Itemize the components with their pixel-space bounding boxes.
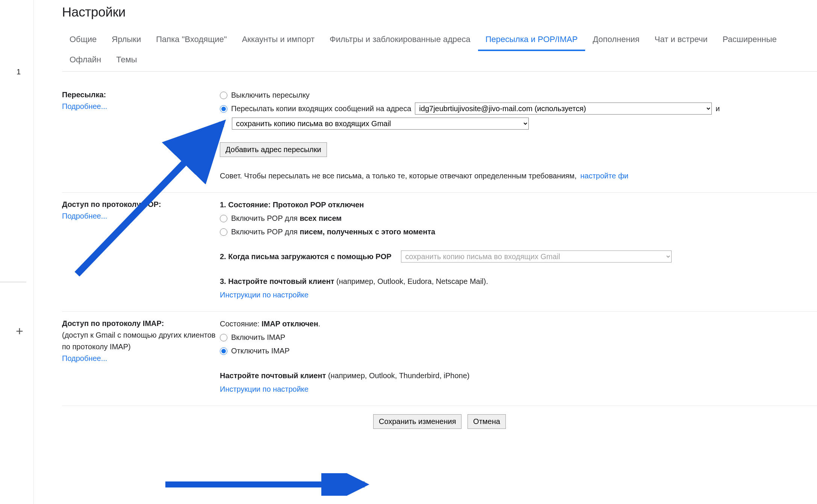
forwarding-content: Выключить пересылку Пересылать копии вхо…	[220, 89, 817, 183]
tab-forwarding-popimap[interactable]: Пересылка и POP/IMAP	[478, 31, 585, 51]
forwarding-disable-label: Выключить пересылку	[231, 89, 310, 101]
tab-labels[interactable]: Ярлыки	[104, 31, 148, 51]
imap-configure-bold: Настройте почтовый клиент	[220, 371, 326, 380]
forwarding-tip-text: Совет. Чтобы пересылать не все письма, а…	[220, 170, 576, 182]
forwarding-learn-more-link[interactable]: Подробнее...	[62, 102, 107, 110]
section-imap: Доступ по протоколу IMAP: (доступ к Gmai…	[62, 312, 817, 406]
pop-label-col: Доступ по протоколу POP: Подробнее...	[62, 199, 220, 302]
cancel-button[interactable]: Отмена	[468, 414, 506, 429]
imap-content: Состояние: IMAP отключен. Включить IMAP …	[220, 318, 817, 397]
forwarding-address-select[interactable]: idg7jeubrtiujivosite@jivo-mail.com (испо…	[415, 103, 712, 115]
sidebar-number: 1	[17, 68, 21, 76]
pop-step3-rest: (например, Outlook, Eudora, Netscape Mai…	[334, 277, 488, 285]
imap-subheading: (доступ к Gmail с помощью других клиенто…	[62, 331, 215, 351]
tab-advanced[interactable]: Расширенные	[715, 31, 784, 51]
imap-learn-more-link[interactable]: Подробнее...	[62, 354, 107, 362]
forwarding-label-col: Пересылка: Подробнее...	[62, 89, 220, 183]
pop-enable-all-pre: Включить POP для	[231, 214, 300, 222]
imap-disable-radio[interactable]	[220, 347, 227, 355]
tab-themes[interactable]: Темы	[109, 51, 144, 71]
section-forwarding: Пересылка: Подробнее... Выключить пересы…	[62, 83, 817, 193]
tab-addons[interactable]: Дополнения	[585, 31, 647, 51]
pop-instructions-link[interactable]: Инструкции по настройке	[220, 289, 309, 301]
imap-enable-radio[interactable]	[220, 334, 227, 341]
forwarding-heading: Пересылка:	[62, 91, 106, 99]
footer-buttons: Сохранить изменения Отмена	[62, 406, 817, 437]
tab-chat[interactable]: Чат и встречи	[647, 31, 715, 51]
pop-content: 1. Состояние: Протокол POP отключен Вклю…	[220, 199, 817, 302]
pop-status-label: 1. Состояние:	[220, 201, 273, 209]
tab-offline[interactable]: Офлайн	[62, 51, 109, 71]
imap-status-value: IMAP отключен	[262, 320, 318, 328]
forwarding-disable-radio[interactable]	[220, 92, 227, 99]
pop-action-select: сохранить копию письма во входящих Gmail	[401, 250, 672, 263]
imap-instructions-link[interactable]: Инструкции по настройке	[220, 383, 309, 395]
sidebar-divider	[0, 282, 26, 282]
forwarding-filter-link[interactable]: настройте фи	[580, 170, 628, 182]
annotation-arrow-bottom-icon	[162, 473, 376, 496]
forwarding-action-select[interactable]: сохранить копию письма во входящих Gmail	[232, 118, 529, 130]
imap-label-col: Доступ по протоколу IMAP: (доступ к Gmai…	[62, 318, 220, 397]
plus-icon[interactable]: +	[16, 324, 23, 338]
page-title: Настройки	[62, 5, 817, 20]
pop-heading: Доступ по протоколу POP:	[62, 200, 161, 208]
tab-general[interactable]: Общие	[62, 31, 104, 51]
and-text: и	[716, 103, 720, 115]
pop-enable-now-bold: писем, полученных с этого момента	[300, 228, 435, 236]
imap-configure-rest: (например, Outlook, Thunderbird, iPhone)	[326, 371, 469, 380]
pop-enable-all-bold: всех писем	[300, 214, 342, 222]
settings-tabs: Общие Ярлыки Папка "Входящие" Аккаунты и…	[62, 31, 817, 72]
section-pop: Доступ по протоколу POP: Подробнее... 1.…	[62, 193, 817, 312]
imap-disable-label: Отключить IMAP	[231, 345, 290, 357]
add-forwarding-address-button[interactable]: Добавить адрес пересылки	[220, 142, 327, 157]
imap-status-dot: .	[318, 320, 321, 328]
imap-status-pre: Состояние:	[220, 320, 262, 328]
forwarding-enable-label: Пересылать копии входящих сообщений на а…	[231, 103, 411, 115]
pop-enable-all-radio[interactable]	[220, 215, 227, 222]
save-button[interactable]: Сохранить изменения	[373, 414, 461, 429]
left-sidebar: 1 +	[0, 0, 34, 504]
pop-step2-label: 2. Когда письма загружаются с помощью PO…	[220, 250, 392, 263]
pop-enable-now-pre: Включить POP для	[231, 228, 300, 236]
imap-heading: Доступ по протоколу IMAP:	[62, 319, 164, 327]
pop-step3-bold: 3. Настройте почтовый клиент	[220, 277, 334, 285]
tab-filters[interactable]: Фильтры и заблокированные адреса	[322, 31, 478, 51]
settings-panel: Настройки Общие Ярлыки Папка "Входящие" …	[62, 5, 817, 437]
forwarding-enable-radio[interactable]	[220, 105, 227, 113]
tab-inbox[interactable]: Папка "Входящие"	[148, 31, 234, 51]
pop-learn-more-link[interactable]: Подробнее...	[62, 212, 107, 220]
pop-enable-now-radio[interactable]	[220, 228, 227, 236]
tab-accounts[interactable]: Аккаунты и импорт	[235, 31, 322, 51]
imap-enable-label: Включить IMAP	[231, 331, 285, 343]
pop-status-value: Протокол POP отключен	[273, 201, 364, 209]
